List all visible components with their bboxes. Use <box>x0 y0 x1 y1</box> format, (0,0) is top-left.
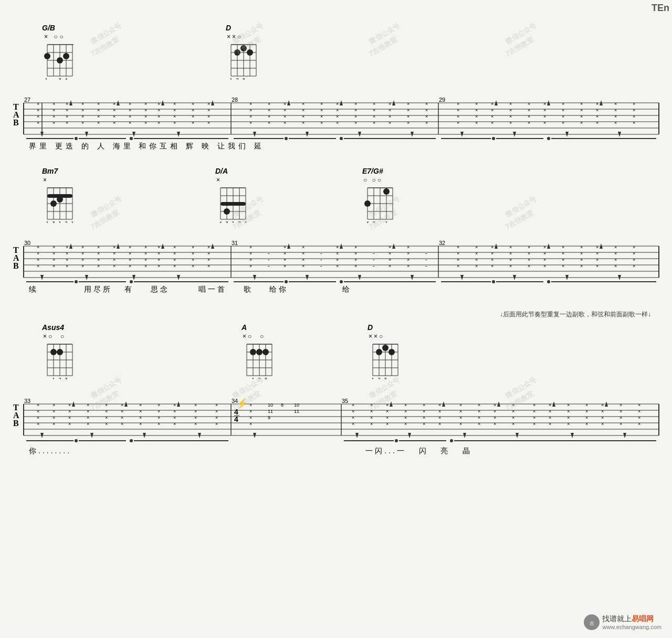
svg-text:3: 3 <box>58 77 61 80</box>
svg-text:×: × <box>370 409 373 414</box>
svg-text:×: × <box>352 409 354 414</box>
svg-text:×: × <box>158 257 160 262</box>
svg-point-467 <box>50 349 57 355</box>
svg-text:1: 1 <box>46 220 48 223</box>
svg-text:×: × <box>423 421 425 427</box>
svg-text:×: × <box>336 263 339 269</box>
svg-text:×: × <box>139 409 142 414</box>
svg-text:×: × <box>533 421 536 427</box>
svg-text:×: × <box>336 257 339 262</box>
svg-text:×: × <box>596 263 598 269</box>
svg-text:×: × <box>354 120 357 125</box>
chord-asus4: Asus4 ×○ ○ 1 2 3 <box>42 323 79 381</box>
svg-text:×: × <box>373 101 375 107</box>
svg-text:×: × <box>129 244 131 250</box>
svg-text:×: × <box>459 402 462 408</box>
svg-text:×: × <box>207 108 210 113</box>
svg-text:×: × <box>52 114 55 119</box>
svg-text:×: × <box>596 120 598 125</box>
svg-text:×: × <box>249 415 252 420</box>
svg-text:×: × <box>158 415 160 420</box>
svg-text:×: × <box>633 251 635 256</box>
svg-text:3: 3 <box>264 377 267 379</box>
svg-text:×: × <box>494 402 496 408</box>
svg-text:×: × <box>491 114 494 119</box>
svg-text:×: × <box>52 415 55 420</box>
svg-text:×: × <box>404 402 407 408</box>
svg-text:-: - <box>373 250 375 256</box>
svg-text:×: × <box>52 251 55 256</box>
svg-point-482 <box>250 349 256 355</box>
chord-bm7-diagram: 1 3 1 2 1 <box>42 184 79 223</box>
svg-text:×: × <box>249 257 252 262</box>
svg-text:×: × <box>459 415 462 420</box>
svg-text:×: × <box>37 257 39 262</box>
svg-text:×: × <box>158 120 160 125</box>
svg-text:×: × <box>249 402 252 408</box>
svg-point-267 <box>383 188 390 195</box>
svg-text:×: × <box>105 402 108 408</box>
svg-text:×: × <box>336 101 339 107</box>
svg-text:×: × <box>173 257 176 262</box>
svg-text:×: × <box>105 415 108 420</box>
svg-point-450 <box>285 280 288 283</box>
svg-text:×: × <box>66 108 68 113</box>
svg-text:1: 1 <box>71 220 74 223</box>
svg-text:3: 3 <box>52 220 55 223</box>
chord-d-row3-name: D <box>368 323 404 332</box>
svg-text:×: × <box>528 101 530 107</box>
svg-text:×: × <box>81 251 84 256</box>
svg-text:×: × <box>491 251 494 256</box>
svg-text:×: × <box>425 101 428 107</box>
svg-text:×: × <box>97 120 100 125</box>
svg-text:×: × <box>302 263 304 269</box>
chord-asus4-mute: ×○ ○ <box>43 333 79 340</box>
svg-text:×: × <box>66 257 68 262</box>
svg-text:×: × <box>388 244 391 250</box>
svg-text:×: × <box>192 114 194 119</box>
svg-text:×: × <box>52 108 55 113</box>
svg-text:11: 11 <box>294 409 299 414</box>
svg-text:×: × <box>192 108 194 113</box>
svg-text:×: × <box>81 120 84 125</box>
svg-text:3: 3 <box>225 220 228 223</box>
chord-d-mute: ××○ <box>227 33 262 40</box>
svg-text:4: 4 <box>366 220 369 223</box>
svg-text:×: × <box>66 114 68 119</box>
svg-text:×: × <box>388 101 391 107</box>
chord-da-name: D/A <box>215 167 252 175</box>
svg-text:×: × <box>633 257 635 262</box>
svg-text:×: × <box>52 244 55 250</box>
svg-text:×: × <box>249 108 252 113</box>
svg-point-451 <box>340 280 343 283</box>
svg-text:×: × <box>173 120 176 125</box>
svg-text:×: × <box>158 421 160 427</box>
svg-text:×: × <box>633 114 635 119</box>
svg-text:×: × <box>52 402 55 408</box>
svg-text:×: × <box>207 257 210 262</box>
svg-text:×: × <box>194 402 197 408</box>
svg-text:×: × <box>596 114 598 119</box>
chord-bm7-mute: × <box>43 176 79 184</box>
svg-text:×: × <box>491 244 494 250</box>
svg-text:×: × <box>549 421 551 427</box>
svg-text:×: × <box>423 409 425 414</box>
svg-text:×: × <box>512 421 514 427</box>
svg-text:×: × <box>284 108 286 113</box>
tab-staff-row-1: T A B 27 28 29 <box>10 84 662 144</box>
svg-text:×: × <box>543 114 546 119</box>
svg-text:×: × <box>249 263 252 269</box>
svg-text:×: × <box>596 101 598 107</box>
svg-text:×: × <box>407 244 410 250</box>
svg-text:×: × <box>386 402 388 408</box>
svg-text:×: × <box>509 257 512 262</box>
svg-text:×: × <box>320 101 323 107</box>
chord-da-diagram: 4 3 1 2 1 <box>215 184 252 223</box>
chord-d-diagram: 1 3 2 <box>226 40 262 80</box>
svg-text:×: × <box>509 108 512 113</box>
svg-point-499 <box>388 349 395 355</box>
svg-text:×: × <box>478 402 480 408</box>
svg-point-27 <box>247 49 253 56</box>
svg-text:×: × <box>173 108 176 113</box>
svg-text:×: × <box>66 251 68 256</box>
